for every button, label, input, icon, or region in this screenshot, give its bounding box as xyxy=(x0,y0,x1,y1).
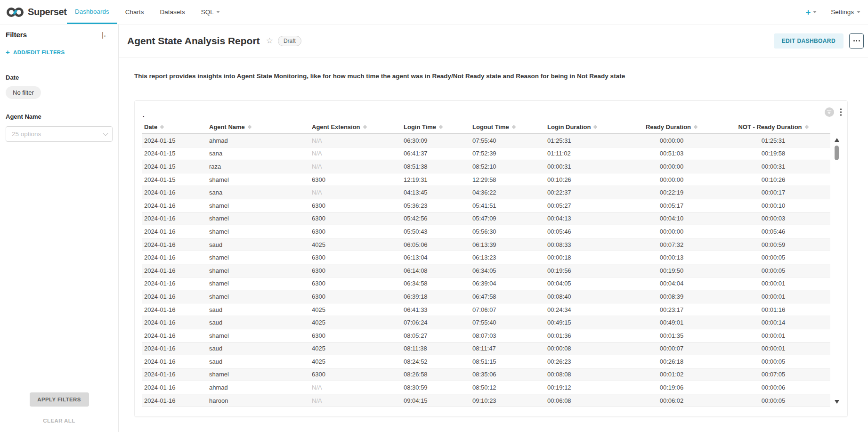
scroll-down-arrow[interactable] xyxy=(835,400,839,404)
table-cell: 12:19:31 xyxy=(401,173,470,186)
table-cell: 00:04:05 xyxy=(545,277,627,290)
table-cell: 06:47:58 xyxy=(470,290,545,303)
table-cell: 2024-01-16 xyxy=(142,368,207,381)
edit-dashboard-button[interactable]: EDIT DASHBOARD xyxy=(774,33,844,49)
table-cell: 00:00:05 xyxy=(716,355,830,368)
table-cell: 6300 xyxy=(309,199,401,212)
table-cell: 2024-01-16 xyxy=(142,225,207,238)
table-cell: 06:13:23 xyxy=(470,251,545,264)
table-cell: 08:30:59 xyxy=(401,381,470,394)
column-header[interactable]: Agent Extension xyxy=(309,121,401,133)
table-cell: 00:00:05 xyxy=(716,264,830,277)
agent-name-select[interactable]: 25 options xyxy=(6,126,113,142)
table-cell: 06:41:37 xyxy=(401,147,470,160)
table-cell: 12:29:58 xyxy=(470,173,545,186)
table-cell: 01:25:31 xyxy=(716,134,830,147)
settings-menu[interactable]: Settings xyxy=(831,8,860,16)
filter-group-agent-name: Agent Name 25 options xyxy=(6,113,113,142)
table-cell: 00:00:06 xyxy=(716,381,830,394)
column-header[interactable]: Date xyxy=(142,121,207,133)
table-cell: 05:42:56 xyxy=(401,212,470,225)
table-cell: 00:00:05 xyxy=(716,394,830,407)
table-cell: 00:04:04 xyxy=(627,277,716,290)
table-cell: sana xyxy=(207,186,309,199)
table-cell: shamel xyxy=(207,199,309,212)
table-cell: shamel xyxy=(207,277,309,290)
nav-tab-dashboards[interactable]: Dashboards xyxy=(67,0,117,24)
table-cell: 00:01:35 xyxy=(627,329,716,342)
sort-icon xyxy=(363,125,367,129)
table-cell: N/A xyxy=(309,147,401,160)
table-cell: 06:39:18 xyxy=(401,290,470,303)
table-row: 2024-01-16saud402507:06:2407:55:4000:49:… xyxy=(142,316,830,329)
chevron-down-icon xyxy=(216,11,220,13)
table-cell: 4025 xyxy=(309,355,401,368)
vertical-scrollbar[interactable] xyxy=(834,134,840,408)
table-cell: saud xyxy=(207,316,309,329)
table-cell: 00:19:56 xyxy=(545,264,627,277)
select-placeholder: 25 options xyxy=(12,130,41,138)
table-cell: 00:04:10 xyxy=(627,212,716,225)
table-cell: 6300 xyxy=(309,251,401,264)
table-cell: 08:52:10 xyxy=(470,160,545,173)
chart-options-kebab-icon[interactable] xyxy=(838,107,844,117)
table-cell: 00:00:01 xyxy=(716,329,830,342)
plus-icon: + xyxy=(6,48,10,56)
table-cell: 00:00:17 xyxy=(716,186,830,199)
nav-tab-charts[interactable]: Charts xyxy=(117,0,152,24)
table-cell: 06:34:05 xyxy=(470,264,545,277)
table-cell: 2024-01-16 xyxy=(142,199,207,212)
superset-logo[interactable]: Superset xyxy=(0,0,67,24)
table-cell: shamel xyxy=(207,264,309,277)
collapse-panel-icon[interactable]: |← xyxy=(102,31,109,39)
clear-all-button[interactable]: CLEAR ALL xyxy=(0,418,118,424)
table-row: 2024-01-16ahmadN/A08:30:5908:50:1200:19:… xyxy=(142,381,830,394)
table-row: 2024-01-16saud402506:05:0606:13:3900:08:… xyxy=(142,238,830,252)
table-cell: 00:01:36 xyxy=(545,329,627,342)
table-cell: 00:22:37 xyxy=(545,186,627,199)
favorite-star-icon[interactable]: ☆ xyxy=(266,36,273,46)
table-cell: 6300 xyxy=(309,264,401,277)
table-cell: 2024-01-16 xyxy=(142,186,207,199)
table-cell: 4025 xyxy=(309,316,401,329)
table-cell: 05:47:09 xyxy=(470,212,545,225)
table-cell: haroon xyxy=(207,394,309,407)
table-cell: sana xyxy=(207,147,309,160)
table-cell: 04:13:45 xyxy=(401,186,470,199)
scroll-up-arrow[interactable] xyxy=(835,138,839,142)
table-cell: 00:00:00 xyxy=(627,173,716,186)
table-cell: ahmad xyxy=(207,381,309,394)
add-edit-filters-button[interactable]: + ADD/EDIT FILTERS xyxy=(6,48,113,56)
table-row: 2024-01-16shamel630006:14:0806:34:0500:1… xyxy=(142,264,830,277)
table-cell: 00:01:02 xyxy=(627,368,716,381)
table-cell: 00:49:01 xyxy=(627,316,716,329)
filter-label: Agent Name xyxy=(6,113,113,120)
column-header[interactable]: Login Duration xyxy=(545,121,627,133)
date-filter-value[interactable]: No filter xyxy=(6,86,41,99)
more-actions-button[interactable] xyxy=(849,33,864,49)
scrollbar-thumb[interactable] xyxy=(835,146,839,160)
table-cell: 2024-01-15 xyxy=(142,147,207,160)
table-cell: 00:00:13 xyxy=(627,251,716,264)
table-header-row: DateAgent NameAgent ExtensionLogin TimeL… xyxy=(142,121,830,134)
table-cell: 6300 xyxy=(309,329,401,342)
column-header-label: Agent Extension xyxy=(312,123,360,130)
sort-icon xyxy=(805,125,809,129)
nav-tab-sql[interactable]: SQL xyxy=(193,0,228,24)
apply-filters-button[interactable]: APPLY FILTERS xyxy=(30,392,89,407)
column-header[interactable]: Ready Duration xyxy=(627,121,716,133)
column-header[interactable]: Login Time xyxy=(401,121,470,133)
table-cell: 2024-01-16 xyxy=(142,355,207,368)
column-header[interactable]: Logout Time xyxy=(470,121,545,133)
column-header[interactable]: Agent Name xyxy=(207,121,309,133)
table-row: 2024-01-16shamel630008:05:2708:07:0300:0… xyxy=(142,329,830,342)
column-header[interactable]: NOT - Ready Duration xyxy=(716,121,830,133)
filter-indicator-icon[interactable] xyxy=(825,107,834,117)
table-cell: 01:25:31 xyxy=(545,134,627,147)
table-cell: N/A xyxy=(309,160,401,173)
nav-tab-datasets[interactable]: Datasets xyxy=(152,0,193,24)
table-cell: 00:19:12 xyxy=(545,381,627,394)
new-item-button[interactable]: + xyxy=(806,8,817,16)
page-title: Agent State Analysis Report xyxy=(127,35,260,47)
plus-icon: + xyxy=(806,8,811,16)
